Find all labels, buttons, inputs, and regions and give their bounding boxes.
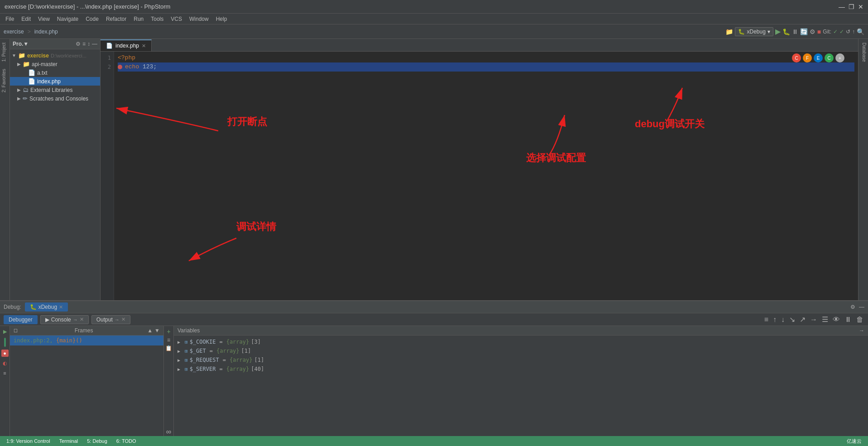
tree-item-api-master[interactable]: ▶ 📁 api-master [10,60,100,68]
menu-tools[interactable]: Tools [148,15,166,23]
debug-control-2[interactable]: 🔄 [800,28,808,35]
status-version-control[interactable]: 1:9: Version Control [4,438,53,444]
infinity-icon[interactable]: ∞ [166,428,171,436]
project-menu-icon[interactable]: ≡ [82,41,86,47]
php-file-icon: 📄 [28,78,35,85]
search-button[interactable]: 🔍 [857,28,864,35]
var-item-cookie[interactable]: ▶ ⊞ $_COOKIE = {array} [3] [174,337,868,346]
menu-vcs[interactable]: VCS [168,15,185,23]
status-todo[interactable]: 6: TODO [114,438,139,444]
debug-step-over-icon[interactable]: ↓ [780,315,786,325]
breadcrumb-exercise[interactable]: exercise [4,29,24,35]
chrome-icon[interactable]: C [792,53,801,62]
debug-tab-xdebug[interactable]: 🐛 xDebug ✕ [25,302,68,312]
tree-item-atxt[interactable]: 📄 a.txt [10,68,100,77]
frame-item-0[interactable]: index.php:2, {main}() [10,336,163,345]
run-button[interactable]: ▶ [775,27,781,36]
tree-item-indexphp[interactable]: 📄 index.php [10,77,100,86]
debug-control-1[interactable]: ⏸ [792,28,798,35]
debug-settings-icon[interactable]: ⚙ [850,304,855,310]
var-item-server[interactable]: ▶ ⊞ $_SERVER = {array} [40] [174,364,868,374]
editor-tab-indexphp[interactable]: 📄 index.php ✕ [101,39,152,51]
debugger-tab[interactable]: Debugger [4,315,38,324]
project-sort-icon[interactable]: ↕ [87,41,90,47]
menu-refactor[interactable]: Refactor [103,15,129,23]
variables-collapse-icon[interactable]: → [859,327,864,334]
var-expand-srv-icon[interactable]: ▶ [177,367,183,372]
git-history-icon[interactable]: ↺ [846,29,850,35]
console-tab[interactable]: ▶ Console → ✕ [40,315,89,324]
debug-rerun-icon[interactable]: ≡ [763,315,769,325]
xdebug-tab-close[interactable]: ✕ [59,304,63,310]
menu-file[interactable]: File [3,15,17,23]
debug-eval-icon[interactable]: ☰ [821,314,829,325]
debug-breakpoint-side-btn[interactable]: ● [1,350,9,357]
debug-mute-side-btn[interactable]: ◐ [1,360,9,367]
output-tab[interactable]: Output → ✕ [91,315,130,324]
debug-resume-icon[interactable]: ↑ [772,315,777,325]
var-expand-get-icon[interactable]: ▶ [177,349,183,354]
debug-watch-icon[interactable]: 👁 [832,315,841,325]
project-settings-icon[interactable]: ⚙ [76,41,81,47]
git-push-icon[interactable]: ↑ [852,29,855,35]
debug-frames-icon[interactable]: ⏸ [844,315,853,325]
tree-item-scratches[interactable]: ▶ ✏ Scratches and Consoles [10,94,100,103]
database-tab[interactable]: Database [858,39,868,66]
frames-down-icon[interactable]: ▼ [154,327,160,334]
debug-collapse-icon[interactable]: — [859,304,864,310]
debug-clear-icon[interactable]: 🗑 [855,315,864,325]
console-tab-close[interactable]: ✕ [80,317,84,322]
code-editor[interactable]: <?php echo 123; [114,52,858,300]
tab-close-icon[interactable]: ✕ [142,43,146,49]
git-check2-icon[interactable]: ✓ [839,29,844,35]
var-list-icon[interactable]: ≡ [167,337,170,343]
breadcrumb-file[interactable]: index.php [34,29,58,35]
debug-play-side-btn[interactable]: ▶ [1,328,9,335]
add-watch-btn[interactable]: + [167,328,170,335]
debug-run-button[interactable]: 🐛 [782,28,790,35]
var-item-request[interactable]: ▶ ⊞ $_REQUEST = {array} [1] [174,355,868,364]
xdebug-dropdown[interactable]: 🐛 xDebug ▾ [735,27,773,36]
project-title[interactable]: Pro.▼ [13,41,74,47]
status-right-label[interactable]: 亿速云 [844,438,864,445]
window-controls[interactable]: — ❐ ✕ [839,3,863,10]
menu-code[interactable]: Code [83,15,101,23]
editor-content[interactable]: 1 2 <?php echo 123; C F E C [101,52,858,300]
tree-item-exercise[interactable]: ▼ 📁 exercise D:\work\exerci... [10,51,100,60]
var-expand-icon[interactable]: ▶ [177,340,183,345]
frames-up-icon[interactable]: ▲ [147,327,153,334]
menu-help[interactable]: Help [213,15,230,23]
stop-button[interactable]: ■ [817,28,821,35]
browser4-icon[interactable]: C [825,53,834,62]
sidebar-favorites-tab[interactable]: 2: Favorites [0,65,10,96]
var-copy-icon[interactable]: 📋 [165,345,172,351]
output-tab-close[interactable]: ✕ [121,317,125,322]
menu-run[interactable]: Run [131,15,146,23]
browser5-icon[interactable]: + [835,53,844,62]
firefox-icon[interactable]: F [803,53,812,62]
close-btn[interactable]: ✕ [858,3,863,10]
maximize-btn[interactable]: ❐ [849,3,854,10]
debug-lines-side-btn[interactable]: ≡ [1,369,9,377]
minimize-btn[interactable]: — [839,3,845,10]
edge-icon[interactable]: E [814,53,823,62]
debug-step-into-icon[interactable]: ↘ [788,314,796,325]
debug-run-to-cursor-icon[interactable]: → [809,315,818,325]
breakpoint-indicator[interactable] [118,65,122,69]
menu-navigate[interactable]: Navigate [54,15,81,23]
var-item-get[interactable]: ▶ ⊞ $_GET = {array} [1] [174,346,868,355]
menu-window[interactable]: Window [187,15,211,23]
git-check-icon[interactable]: ✓ [833,29,838,35]
tree-item-ext-libs[interactable]: ▶ 🗂 External Libraries [10,86,100,94]
project-collapse-icon[interactable]: — [92,41,97,47]
status-terminal[interactable]: Terminal [57,438,81,444]
status-debug[interactable]: 5: Debug [84,438,110,444]
var-expand-req-icon[interactable]: ▶ [177,358,183,363]
variables-title: Variables [177,327,200,334]
build-icon[interactable]: 📁 [725,28,733,35]
debug-step-out-icon[interactable]: ↗ [799,314,806,325]
menu-view[interactable]: View [35,15,53,23]
sidebar-project-tab[interactable]: 1: Project [0,39,10,65]
menu-edit[interactable]: Edit [19,15,34,23]
debug-control-3[interactable]: ⚙ [810,28,815,35]
